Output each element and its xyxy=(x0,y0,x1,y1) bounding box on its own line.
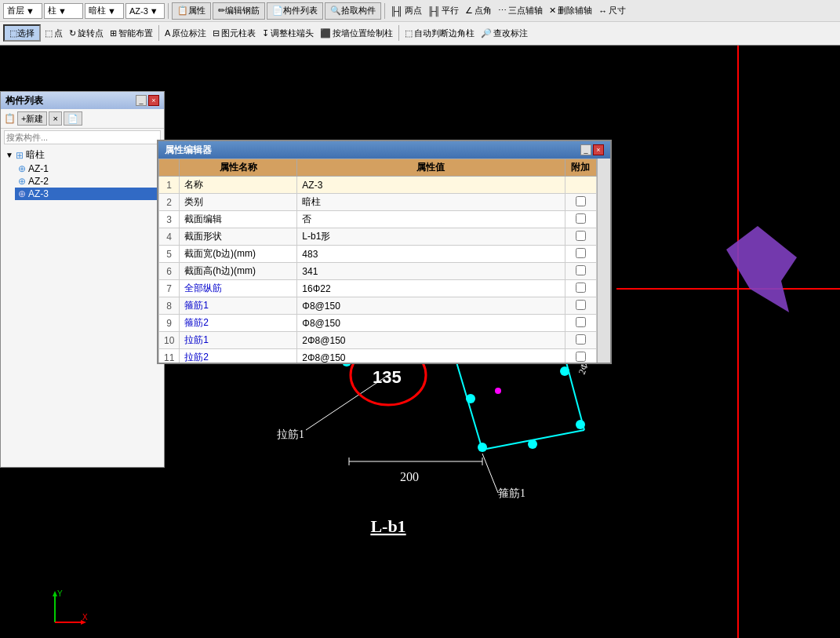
element-type-dropdown[interactable]: 柱 ▼ xyxy=(44,3,83,19)
prop-checkbox-3[interactable] xyxy=(565,211,596,228)
prop-name-7[interactable]: 全部纵筋 xyxy=(180,280,297,297)
prop-row-2[interactable]: 2类别暗柱 xyxy=(159,194,597,211)
sidebar-new-btn[interactable]: + 新建 xyxy=(17,111,47,126)
prop-name-2: 类别 xyxy=(180,194,297,211)
prop-checkbox-9[interactable] xyxy=(565,315,596,332)
point-btn[interactable]: ⬚ 点 xyxy=(42,27,65,40)
prop-value-1[interactable]: AZ-3 xyxy=(297,177,565,194)
prop-checkbox-5[interactable] xyxy=(565,246,596,263)
edit-rebar-btn[interactable]: ✏ 编辑钢筋 xyxy=(213,2,265,20)
element-dropdown[interactable]: AZ-3 ▼ xyxy=(125,3,165,19)
adjust-column-end-btn[interactable]: ↧ 调整柱端头 xyxy=(260,27,316,40)
prop-checkbox-7[interactable] xyxy=(565,280,596,297)
prop-value-8[interactable]: Φ8@150 xyxy=(297,297,565,315)
svg-text:135: 135 xyxy=(373,367,402,387)
subtype-dropdown[interactable]: 暗柱 ▼ xyxy=(85,3,124,19)
dimension-btn[interactable]: ↔ 尺寸 xyxy=(596,4,628,17)
sidebar-minimize-btn[interactable]: _ xyxy=(136,95,147,106)
prop-checkbox-8[interactable] xyxy=(565,297,596,315)
separator1 xyxy=(168,3,169,19)
prop-row-1[interactable]: 1名称AZ-3 xyxy=(159,177,597,194)
separator3 xyxy=(158,25,159,41)
svg-text:X: X xyxy=(82,613,88,622)
prop-value-10[interactable]: 2Φ8@150 xyxy=(297,332,565,349)
prop-name-10[interactable]: 拉筋1 xyxy=(180,332,297,349)
col-attach-header: 附加 xyxy=(565,159,596,177)
prop-row-9[interactable]: 9箍筋2Φ8@150 xyxy=(159,315,597,332)
parallel-btn[interactable]: ╟╢ 平行 xyxy=(426,4,462,17)
scrollbar[interactable] xyxy=(597,159,610,363)
tree-root[interactable]: ▼ ⊞ 暗柱 xyxy=(2,148,162,162)
prop-row-5[interactable]: 5截面宽(b边)(mm)483 xyxy=(159,246,597,263)
sidebar-delete-btn[interactable]: × xyxy=(49,111,61,126)
prop-minimize-btn[interactable]: _ xyxy=(580,144,591,155)
select-btn[interactable]: ⬚ 选择 xyxy=(3,24,41,42)
sidebar-close-btn[interactable]: × xyxy=(148,95,159,106)
sidebar-copy-btn[interactable]: 📄 xyxy=(64,111,82,126)
sidebar-search-input[interactable] xyxy=(4,130,161,144)
prop-row-6[interactable]: 6截面高(h边)(mm)341 xyxy=(159,263,597,280)
tree-item-az3[interactable]: ⊕ AZ-3 xyxy=(15,188,162,200)
sidebar-icon: 📋 xyxy=(4,113,16,124)
element-column-table-btn[interactable]: ⊟ 图元柱表 xyxy=(210,27,258,40)
svg-point-23 xyxy=(466,394,475,403)
prop-value-2[interactable]: 暗柱 xyxy=(297,194,565,211)
in-place-annotation-btn[interactable]: A 原位标注 xyxy=(162,27,209,40)
prop-row-num-3: 3 xyxy=(159,211,180,228)
properties-table-body: 1名称AZ-32类别暗柱3截面编辑否4截面形状L-b1形5截面宽(b边)(mm)… xyxy=(159,177,597,363)
prop-checkbox-2[interactable] xyxy=(565,194,596,211)
canvas-area: (M) (X) NE (W) NEW xyxy=(0,46,840,638)
sidebar-tree: ▼ ⊞ 暗柱 ⊕ AZ-1 ⊕ AZ-2 ⊕ AZ-3 xyxy=(1,146,164,467)
prop-row-11[interactable]: 11拉筋22Φ8@150 xyxy=(159,349,597,363)
prop-row-num-8: 8 xyxy=(159,297,180,315)
prop-value-11[interactable]: 2Φ8@150 xyxy=(297,349,565,363)
prop-row-10[interactable]: 10拉筋12Φ8@150 xyxy=(159,332,597,349)
smart-layout-btn[interactable]: ⊞ 智能布置 xyxy=(107,27,155,40)
right-cad-area xyxy=(616,46,840,638)
coord-svg: Y X xyxy=(51,587,90,626)
properties-btn[interactable]: 📋 属性 xyxy=(172,2,211,20)
prop-row-4[interactable]: 4截面形状L-b1形 xyxy=(159,228,597,246)
three-point-btn[interactable]: ⋯ 三点辅轴 xyxy=(496,4,545,17)
auto-judge-column-btn[interactable]: ⬚ 自动判断边角柱 xyxy=(402,27,477,40)
point-angle-btn[interactable]: ∠ 点角 xyxy=(463,4,494,17)
prop-row-3[interactable]: 3截面编辑否 xyxy=(159,211,597,228)
prop-row-num-11: 11 xyxy=(159,349,180,363)
prop-checkbox-10[interactable] xyxy=(565,332,596,349)
prop-row-7[interactable]: 7全部纵筋16Φ22 xyxy=(159,280,597,297)
prop-close-btn[interactable]: × xyxy=(593,144,604,155)
svg-point-22 xyxy=(478,443,487,452)
col-value-header: 属性值 xyxy=(297,159,565,177)
delete-aux-btn[interactable]: ✕ 删除辅轴 xyxy=(547,4,595,17)
check-modify-annotation-btn[interactable]: 🔎 查改标注 xyxy=(478,27,530,40)
prop-name-1: 名称 xyxy=(180,177,297,194)
tree-item-az2[interactable]: ⊕ AZ-2 xyxy=(15,175,162,188)
prop-checkbox-11[interactable] xyxy=(565,349,596,363)
separator2 xyxy=(384,3,385,19)
component-list-btn[interactable]: 📄 构件列表 xyxy=(267,2,323,20)
node-icon-az1: ⊕ xyxy=(18,163,26,174)
prop-value-5[interactable]: 483 xyxy=(297,246,565,263)
sidebar-title: 构件列表 xyxy=(5,94,43,108)
pick-component-btn[interactable]: 🔍 拾取构件 xyxy=(325,2,381,20)
prop-value-7[interactable]: 16Φ22 xyxy=(297,280,565,297)
prop-row-num-4: 4 xyxy=(159,228,180,246)
prop-value-3[interactable]: 否 xyxy=(297,211,565,228)
prop-value-6[interactable]: 341 xyxy=(297,263,565,280)
prop-name-11[interactable]: 拉筋2 xyxy=(180,349,297,363)
prop-checkbox-4[interactable] xyxy=(565,228,596,246)
prop-value-9[interactable]: Φ8@150 xyxy=(297,315,565,332)
prop-name-8[interactable]: 箍筋1 xyxy=(180,297,297,315)
two-point-btn[interactable]: ╟╢ 两点 xyxy=(388,4,424,17)
prop-checkbox-1[interactable] xyxy=(565,177,596,194)
draw-column-by-wall-btn[interactable]: ⬛ 按墙位置绘制柱 xyxy=(318,27,395,40)
floor-dropdown[interactable]: 首层 ▼ xyxy=(3,3,42,19)
coordinate-indicator: Y X xyxy=(51,587,90,626)
tree-item-az1[interactable]: ⊕ AZ-1 xyxy=(15,162,162,175)
rotate-btn[interactable]: ↻ 旋转点 xyxy=(67,27,106,40)
prop-row-8[interactable]: 8箍筋1Φ8@150 xyxy=(159,297,597,315)
prop-checkbox-6[interactable] xyxy=(565,263,596,280)
prop-value-4[interactable]: L-b1形 xyxy=(297,228,565,246)
prop-name-9[interactable]: 箍筋2 xyxy=(180,315,297,332)
prop-title-controls: _ × xyxy=(580,144,604,155)
